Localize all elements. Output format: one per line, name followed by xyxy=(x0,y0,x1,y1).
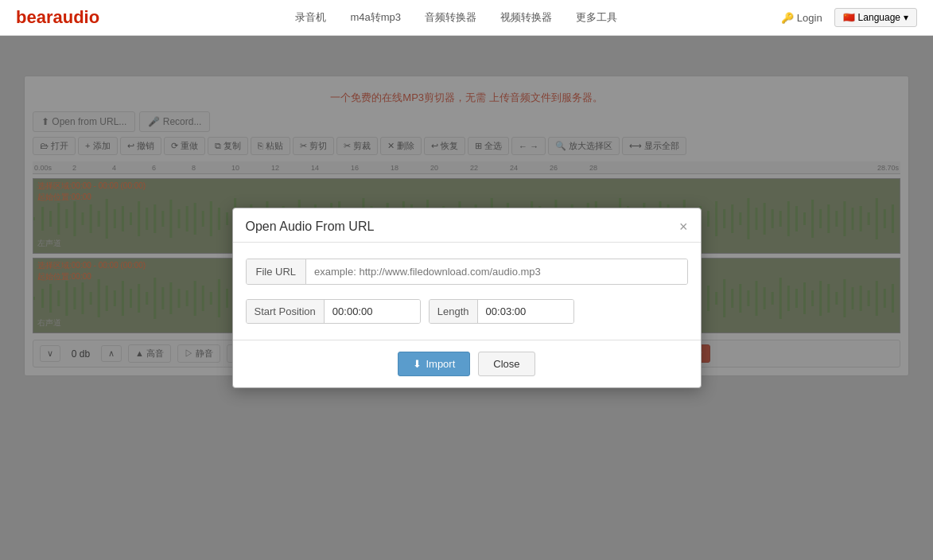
logo-bear: bear xyxy=(16,7,52,27)
chevron-down-icon: ▾ xyxy=(904,12,908,23)
main-content: 一个免费的在线MP3剪切器，无需 上传音频文件到服务器。 ⬆ Open from… xyxy=(0,36,933,560)
logo: bearaudio xyxy=(16,7,99,28)
nav: 录音机 m4a转mp3 音频转换器 视频转换器 更多工具 xyxy=(131,10,781,25)
modal-footer: ⬇ Import Close xyxy=(233,340,701,387)
modal-header: Open Audio From URL × xyxy=(233,208,701,243)
modal-close-button[interactable]: × xyxy=(679,220,688,234)
modal-body: File URL Start Position Length xyxy=(233,243,701,340)
nav-recorder[interactable]: 录音机 xyxy=(295,10,326,25)
nav-m4a[interactable]: m4a转mp3 xyxy=(350,10,401,25)
length-label: Length xyxy=(430,300,478,323)
start-position-input[interactable] xyxy=(325,300,420,323)
import-icon: ⬇ xyxy=(413,358,422,370)
language-button[interactable]: 🇨🇳 Language ▾ xyxy=(834,8,917,27)
header-right: 🔑 Login 🇨🇳 Language ▾ xyxy=(781,8,917,27)
login-icon: 🔑 xyxy=(781,12,794,24)
nav-audio-converter[interactable]: 音频转换器 xyxy=(425,10,476,25)
length-group: Length xyxy=(429,299,574,324)
close-button[interactable]: Close xyxy=(478,352,535,376)
url-field-label: File URL xyxy=(247,259,307,284)
modal-dialog: Open Audio From URL × File URL Start Pos… xyxy=(232,208,702,388)
url-input[interactable] xyxy=(306,259,686,284)
nav-more-tools[interactable]: 更多工具 xyxy=(576,10,617,25)
start-position-label: Start Position xyxy=(247,300,325,323)
language-label: Language xyxy=(858,12,900,23)
header: bearaudio 录音机 m4a转mp3 音频转换器 视频转换器 更多工具 🔑… xyxy=(0,0,933,36)
flag-icon: 🇨🇳 xyxy=(843,12,855,23)
nav-video-converter[interactable]: 视频转换器 xyxy=(500,10,552,25)
modal-overlay: Open Audio From URL × File URL Start Pos… xyxy=(0,36,933,560)
url-input-row: File URL xyxy=(246,259,688,285)
start-position-group: Start Position xyxy=(246,299,421,324)
import-label: Import xyxy=(426,358,455,370)
login-button[interactable]: 🔑 Login xyxy=(781,12,822,24)
login-label: Login xyxy=(797,12,822,24)
modal-title: Open Audio From URL xyxy=(246,220,375,234)
logo-audio: audio xyxy=(52,7,99,27)
position-row: Start Position Length xyxy=(246,299,688,324)
import-button[interactable]: ⬇ Import xyxy=(398,352,470,376)
length-input[interactable] xyxy=(478,300,573,323)
